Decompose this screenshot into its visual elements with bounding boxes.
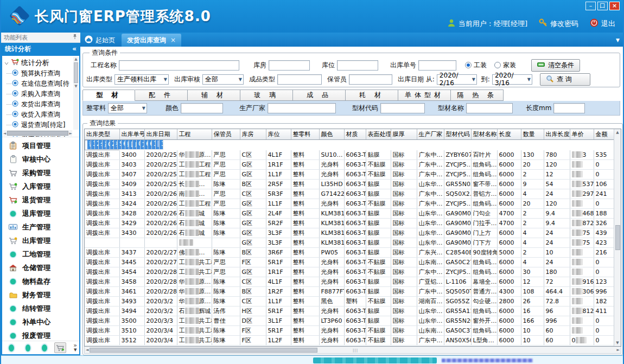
tab-shipment-query[interactable]: 发货出库查询 ×	[122, 34, 181, 47]
date-from-select[interactable]: 2020/ 2/16▼	[437, 74, 477, 85]
radio-home-install[interactable]: 家装	[494, 61, 516, 70]
column-header[interactable]: 库房	[240, 129, 266, 139]
product-type-input[interactable]	[277, 74, 322, 85]
column-header[interactable]: 长度	[497, 129, 521, 139]
change-password-button[interactable]: 修改密码	[539, 18, 578, 29]
tab-home[interactable]: 起始页	[80, 34, 122, 47]
table-horizontal-scrollbar[interactable]: ◄|||►	[84, 347, 621, 354]
table-row[interactable]: 调拨出库34542020/2/28工共工程严思G区1R1F整料光身料6063-T…	[85, 267, 614, 277]
material-tab[interactable]: 型 材	[82, 90, 135, 101]
table-row[interactable]: 调拨出库34582020/2/28华原…陈琳C区4L1F整料光身料6063-T5…	[85, 277, 614, 287]
table-row[interactable]: 调拨出库35002020/3/3工共工程曹佳D区3L1F整料LT3P606063…	[85, 316, 614, 326]
table-row[interactable]: 调拨出库34092020/2/25长…陈琳B区2R5F整料LI35HD6063-…	[85, 180, 614, 189]
cart-module-button[interactable]	[54, 342, 67, 353]
section-header[interactable]: 统计分析 «	[1, 43, 80, 55]
material-tab[interactable]: 耗 材	[346, 90, 398, 101]
table-row[interactable]: 调拨出库35122020/3/4工共工程陈琳F区1L2F整料光身料6063-T5…	[85, 336, 614, 346]
sidebar-menu-item[interactable]: 入库管理	[2, 180, 79, 193]
table-row[interactable]: 调拨出库34132020/2/26南…严思C区5R3F整料G714226063-…	[85, 189, 614, 199]
search-button[interactable]: 查 询	[540, 73, 590, 86]
tree-vertical-scrollbar[interactable]: ▲▼	[73, 57, 79, 130]
table-row[interactable]: 调拨出库34032020/2/25工工程严思G区1R1F整料光身料6063-T5…	[85, 160, 614, 170]
column-header[interactable]: 保管员	[212, 129, 240, 139]
material-tab[interactable]: 玻 璃	[240, 90, 293, 101]
audit-select[interactable]: 全部▼	[202, 74, 244, 85]
table-row[interactable]: 调拨出库34932020/3/2华原…陈琳C区1L1F整料黑色塑料不贴膜国标湖南…	[85, 297, 614, 306]
keeper-input[interactable]	[349, 74, 392, 85]
table-row[interactable]: 调拨出库34372020/2/27佛…陈琳B区3R6F整料PW056063-T5…	[85, 248, 614, 258]
module-dot-icon[interactable]	[42, 344, 47, 352]
module-dot-icon[interactable]	[26, 344, 31, 352]
maximize-button[interactable]: 口	[597, 2, 608, 10]
sidebar-menu-item[interactable]: 生产管理	[2, 220, 79, 234]
out-type-select[interactable]: 生产领料出库▼	[114, 74, 169, 85]
material-tab[interactable]: 隔 热 条	[451, 90, 504, 101]
sidebar-menu-item[interactable]: 物料盘存	[2, 274, 79, 288]
table-row[interactable]: 调拨出库34612020/2/28华原…陈琳B区1R2F整料F8877FT606…	[85, 287, 614, 297]
column-header[interactable]: 库位	[266, 129, 291, 139]
module-dot-icon[interactable]	[9, 344, 14, 352]
table-row[interactable]: 调拨出库34452020/2/27工共工程严思F区5R1F整料光身料6063-T…	[85, 258, 614, 267]
sidebar-menu-item[interactable]: 出库管理	[2, 234, 79, 247]
table-row[interactable]: 调拨出库34302020/2/26石城陈琳G区3L3F整料KLM38176063…	[85, 228, 614, 238]
material-tab[interactable]: 单体型材	[398, 90, 451, 101]
column-header[interactable]: 出库长度	[544, 129, 570, 139]
table-row[interactable]: 调拨出库35102020/3/4工共工程陈琳F区5R1F整料光身料6063-T5…	[85, 326, 614, 336]
close-button[interactable]: ×	[609, 2, 620, 10]
column-header[interactable]: 出库日期	[144, 129, 177, 139]
collapse-icon[interactable]: «	[72, 45, 77, 53]
column-header[interactable]: 单价	[570, 129, 594, 139]
table-row[interactable]: 调拨出库34292020/2/26石城陈琳G区5R2F整料KLM38176063…	[85, 219, 614, 228]
radio-work-install[interactable]: 工装	[465, 61, 487, 70]
tab-close-icon[interactable]: ×	[170, 36, 176, 44]
location-input[interactable]	[337, 60, 378, 71]
column-header[interactable]: 型材名称	[471, 129, 497, 139]
column-header[interactable]: 膜厚	[391, 129, 417, 139]
tree-horizontal-scrollbar[interactable]: ◄►	[3, 130, 72, 136]
column-header[interactable]: 出库类型	[85, 129, 119, 139]
column-header[interactable]: 整零料	[291, 129, 319, 139]
material-tab[interactable]: 辅 材	[188, 90, 240, 101]
sidebar-menu-item[interactable]: 项目管理	[2, 139, 79, 152]
maker-input[interactable]	[268, 103, 336, 113]
code-input[interactable]	[380, 103, 425, 113]
sidebar-menu-item[interactable]: 采购管理	[2, 166, 79, 180]
tree-item[interactable]: 发货出库查询	[4, 99, 73, 110]
table-vertical-scrollbar[interactable]: ▲▼	[614, 129, 621, 346]
pin-icon[interactable]	[72, 34, 78, 41]
material-tab[interactable]: 配 件	[135, 90, 188, 101]
column-header[interactable]: 颜色	[319, 129, 344, 139]
color-input[interactable]	[181, 103, 223, 113]
sidebar-menu-item[interactable]: 退货管理	[2, 193, 79, 207]
project-name-input[interactable]	[119, 60, 239, 71]
minimize-button[interactable]: –	[585, 2, 596, 10]
tree-root[interactable]: 统计分析	[4, 58, 73, 68]
column-header[interactable]: 生产厂家	[417, 129, 444, 139]
column-header[interactable]: 出库单号	[119, 129, 144, 139]
logout-button[interactable]: 退出	[590, 18, 615, 29]
column-header[interactable]: 数量	[521, 129, 544, 139]
tree-item[interactable]: 退货查询[待定]	[4, 120, 73, 130]
column-header[interactable]: 表面处理	[366, 129, 391, 139]
tab-overflow-arrow-icon[interactable]: ▼	[616, 37, 620, 43]
column-header[interactable]: 型材代码	[444, 129, 471, 139]
sidebar-menu-item[interactable]: 工地管理	[2, 247, 79, 261]
column-header[interactable]: 材质	[344, 129, 366, 139]
tree-item[interactable]: 采购入库查询	[4, 89, 73, 99]
tree-expander-icon[interactable]	[4, 59, 9, 67]
tree-item[interactable]: 预算执行查询	[4, 68, 73, 79]
table-row[interactable]: 调拨出库34072020/2/25工工程严思G区1L1F整料光身料6063-T5…	[85, 170, 614, 180]
tree-item[interactable]: 在途信息查询[待	[4, 79, 73, 89]
column-header[interactable]: 金额	[594, 129, 614, 139]
sidebar-menu-item[interactable]: 报废管理	[2, 329, 79, 341]
more-modules-button[interactable]: »▾	[73, 343, 77, 352]
sidebar-menu-item[interactable]: 审核中心	[2, 152, 79, 166]
table-row[interactable]: 调拨出库34942020/3/2石辉城汤伟H区5R1F整料光身料6063-T5贴…	[85, 306, 614, 316]
warehouse-input[interactable]	[269, 60, 310, 71]
part-select[interactable]: 全部▼	[108, 103, 147, 113]
sidebar-menu-item[interactable]: 结转管理	[2, 302, 79, 315]
date-to-select[interactable]: 2020/ 3/16▼	[492, 74, 532, 85]
table-row[interactable]: 调拨出库34282020/2/26石城陈琳G区2L4F整料KLM38176063…	[85, 209, 614, 219]
table-row[interactable]: 调拨出库34002020/2/25华原…严思C区4L1F整料SU10…6063-…	[85, 150, 614, 160]
material-tab[interactable]: 成 品	[293, 90, 346, 101]
